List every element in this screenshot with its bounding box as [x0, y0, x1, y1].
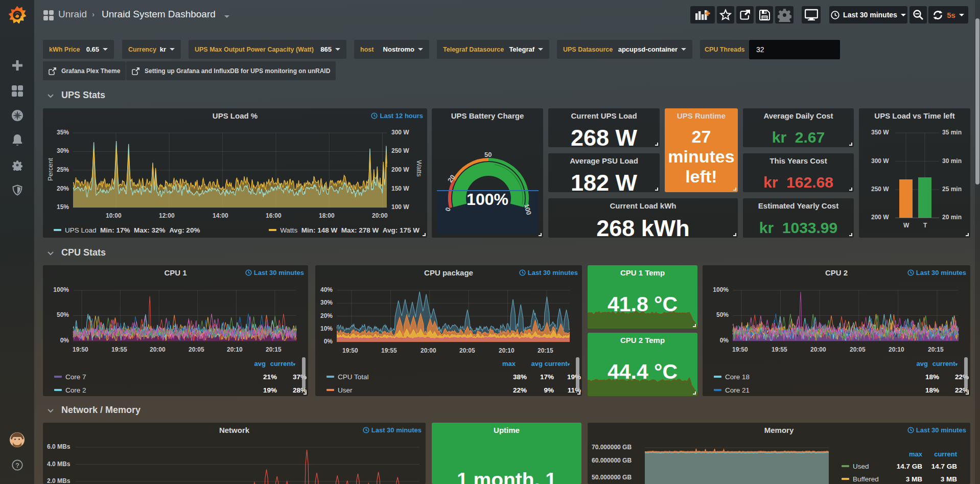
- svg-text:?: ?: [15, 462, 19, 469]
